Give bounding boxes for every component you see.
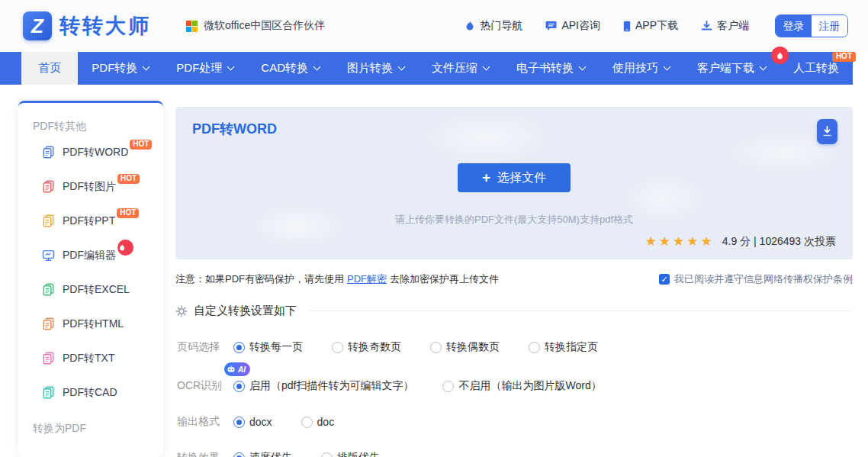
sidebar-item-pdf-editor[interactable]: PDF编辑器 xyxy=(18,238,163,272)
nav-label: 电子书转换 xyxy=(516,61,574,76)
radio-icon[interactable] xyxy=(332,342,343,353)
nav-file-compress[interactable]: 文件压缩 xyxy=(418,52,503,85)
option-label: 转换指定页 xyxy=(545,340,598,354)
login-button[interactable]: 登录 xyxy=(776,15,812,37)
logo-z-icon: Z xyxy=(23,11,52,40)
radio-ocr-disable[interactable]: 不启用（输出为图片版Word） xyxy=(442,379,601,393)
radio-icon[interactable] xyxy=(301,417,313,428)
nav-pdf-convert[interactable]: PDF转换 xyxy=(78,52,162,85)
hot-nav-link[interactable]: 热门导航 xyxy=(465,19,522,33)
sidebar-item-pdf-to-ppt[interactable]: PDF转PPT HOT xyxy=(18,204,163,238)
chevron-down-icon xyxy=(227,63,235,71)
api-consult-label: API咨询 xyxy=(561,19,600,33)
sidebar-item-pdf-to-txt[interactable]: PDF转TXT xyxy=(18,341,163,375)
nav-home[interactable]: 首页 xyxy=(21,52,78,85)
radio-icon[interactable] xyxy=(442,381,454,392)
page-title: PDF转WORD xyxy=(192,120,277,138)
nav-label: PDF转换 xyxy=(92,61,137,76)
convert-effect-row: 转换效果 速度优先 排版优先 xyxy=(175,451,853,457)
radio-icon[interactable] xyxy=(233,417,245,428)
nav-image-convert[interactable]: 图片转换 xyxy=(333,52,418,85)
site-logo[interactable]: Z 转转大师 xyxy=(23,11,151,40)
radio-icon[interactable] xyxy=(233,381,245,392)
password-note: 注意：如果PDF有密码保护，请先使用PDF解密去除加密保护再上传文件 xyxy=(175,272,499,286)
sidebar-section-pdf-to-other: PDF转其他 xyxy=(18,120,163,134)
sidebar-item-label: PDF编辑器 xyxy=(63,249,116,262)
main-nav: 首页 PDF转换 PDF处理 CAD转换 图片转换 文件压缩 电子书转换 使用技… xyxy=(0,52,853,85)
select-file-button[interactable]: + 选择文件 xyxy=(458,163,571,192)
content-area: PDF转其他 PDF转WORD HOT PDF转图片 HOT PDF转PPT H… xyxy=(0,85,868,457)
radio-docx[interactable]: docx xyxy=(233,416,272,428)
radio-every-page[interactable]: 转换每一页 xyxy=(233,340,303,354)
option-label: 转换偶数页 xyxy=(446,340,500,354)
ai-badge: AI xyxy=(224,362,250,376)
page-select-row: 页码选择 转换每一页 转换奇数页 转换偶数页 转换指定页 xyxy=(175,340,853,354)
sidebar-item-label: PDF转EXCEL xyxy=(63,283,130,297)
api-consult-link[interactable]: API咨询 xyxy=(545,19,600,33)
select-file-label: 选择文件 xyxy=(497,170,546,186)
sidebar-section-to-pdf: 转换为PDF xyxy=(18,422,163,436)
upload-center: + 选择文件 请上传你要转换的PDF文件(最大支持50M)支持pdf格式 xyxy=(175,107,853,227)
sidebar-item-pdf-to-word[interactable]: PDF转WORD HOT xyxy=(18,135,163,169)
auth-buttons: 登录 注册 xyxy=(775,14,848,37)
hot-nav-label: 热门导航 xyxy=(480,19,522,33)
hot-badge: HOT xyxy=(117,174,140,184)
sidebar-item-label: PDF转HTML xyxy=(63,317,124,331)
nav-manual-convert[interactable]: 人工转换 HOT xyxy=(780,52,853,85)
main-panel: PDF转WORD + 选择文件 请上传你要转换的PDF文件(最大支持50M)支持… xyxy=(175,101,853,457)
option-label: 转换奇数页 xyxy=(348,340,401,354)
option-label: 启用（pdf扫描件转为可编辑文字） xyxy=(249,379,413,393)
hot-badge: HOT xyxy=(117,208,139,218)
doc-icon xyxy=(42,146,55,159)
radio-layout-priority[interactable]: 排版优先 xyxy=(321,451,380,457)
hot-badge: HOT xyxy=(832,52,856,62)
radio-icon[interactable] xyxy=(233,342,245,353)
chevron-down-icon xyxy=(398,63,406,71)
download-icon xyxy=(822,126,832,138)
ai-badge-label: AI xyxy=(238,365,246,374)
radio-odd-pages[interactable]: 转换奇数页 xyxy=(332,340,401,354)
rating-text: 4.9 分 | 1026493 次投票 xyxy=(722,235,836,249)
options: 启用（pdf扫描件转为可编辑文字） 不启用（输出为图片版Word） xyxy=(233,379,602,393)
radio-icon[interactable] xyxy=(233,452,245,457)
checkbox-checked[interactable]: ✓ xyxy=(659,274,670,285)
option-label: 速度优先 xyxy=(249,451,292,457)
radio-icon[interactable] xyxy=(430,342,442,353)
chevron-down-icon xyxy=(579,63,587,71)
sidebar-item-pdf-to-html[interactable]: PDF转HTML xyxy=(18,307,163,341)
options: 转换每一页 转换奇数页 转换偶数页 转换指定页 xyxy=(233,340,598,354)
nav-label: PDF处理 xyxy=(176,61,222,76)
download-app-button[interactable] xyxy=(817,119,837,144)
doc-icon xyxy=(42,352,55,365)
row-label: 页码选择 xyxy=(177,340,233,354)
radio-doc[interactable]: doc xyxy=(301,416,335,428)
nav-pdf-process[interactable]: PDF处理 xyxy=(162,52,247,85)
client-link[interactable]: 客户端 xyxy=(701,19,749,33)
radio-speed-priority[interactable]: 速度优先 xyxy=(233,451,292,457)
agreement-label: 我已阅读并遵守信息网络传播权保护条例 xyxy=(674,272,853,286)
radio-icon[interactable] xyxy=(529,342,540,353)
radio-icon[interactable] xyxy=(321,452,333,457)
sidebar-item-pdf-to-image[interactable]: PDF转图片 HOT xyxy=(18,169,163,204)
radio-specified-pages[interactable]: 转换指定页 xyxy=(529,340,598,354)
nav-cad-convert[interactable]: CAD转换 xyxy=(247,52,333,85)
app-download-link[interactable]: APP下载 xyxy=(623,19,678,33)
nav-tips[interactable]: 使用技巧 xyxy=(599,52,683,85)
radio-ocr-enable[interactable]: 启用（pdf扫描件转为可编辑文字） xyxy=(233,379,413,393)
nav-ebook-convert[interactable]: 电子书转换 xyxy=(503,52,599,85)
app-download-label: APP下载 xyxy=(635,19,678,33)
sidebar-item-pdf-to-excel[interactable]: PDF转EXCEL xyxy=(18,272,163,307)
top-header: Z 转转大师 微软office中国区合作伙伴 热门导航 API咨询 APP下载 … xyxy=(0,0,868,52)
row-label: 转换效果 xyxy=(177,451,233,457)
agreement-row[interactable]: ✓ 我已阅读并遵守信息网络传播权保护条例 xyxy=(659,272,853,286)
pdf-decrypt-link[interactable]: PDF解密 xyxy=(347,273,387,285)
note-row: 注意：如果PDF有密码保护，请先使用PDF解密去除加密保护再上传文件 ✓ 我已阅… xyxy=(175,272,853,286)
radio-even-pages[interactable]: 转换偶数页 xyxy=(430,340,500,354)
divider xyxy=(309,311,853,311)
register-button[interactable]: 注册 xyxy=(812,15,847,37)
output-format-row: 输出格式 docx doc xyxy=(175,415,853,429)
upload-hint: 请上传你要转换的PDF文件(最大支持50M)支持pdf格式 xyxy=(175,213,853,227)
nav-client-download[interactable]: 客户端下载 xyxy=(683,52,780,85)
sidebar-item-pdf-to-cad[interactable]: PDF转CAD xyxy=(18,375,163,410)
chevron-down-icon xyxy=(483,63,490,71)
